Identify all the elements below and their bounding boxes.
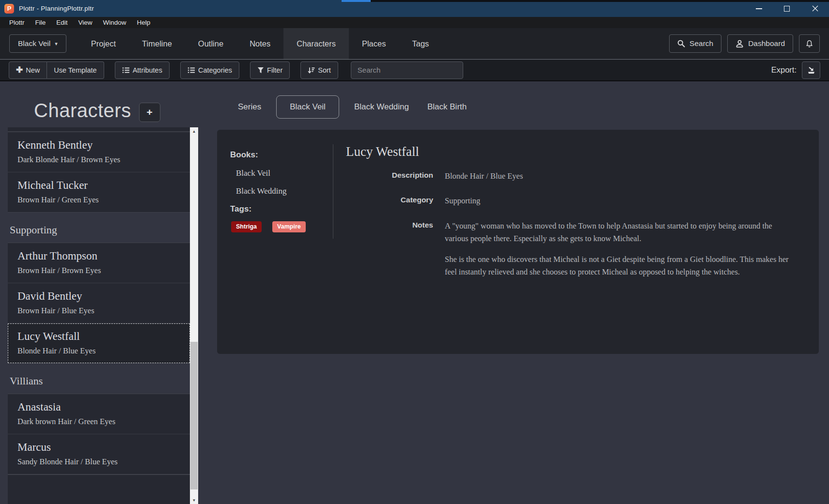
tab-project[interactable]: Project	[78, 28, 129, 59]
filter-button[interactable]: Filter	[250, 61, 290, 79]
new-button[interactable]: ✚ New	[9, 61, 47, 79]
sort-button[interactable]: Sort	[300, 61, 338, 79]
tab-outline[interactable]: Outline	[185, 28, 236, 59]
toolbar: ✚ New Use Template Attributes Categories…	[0, 59, 829, 81]
category-header-villians: Villians	[8, 364, 190, 394]
window-controls	[745, 0, 829, 17]
list-item[interactable]: AnastasiaDark brown Hair / Green Eyes	[8, 394, 190, 434]
list-item[interactable]: Kenneth BentleyDark Blonde Hair / Brown …	[8, 132, 190, 172]
chevron-down-icon: ▾	[55, 41, 58, 47]
notes-label: Notes	[346, 220, 433, 287]
list-icon	[188, 67, 195, 74]
tags-row: ShtrigaVampire	[231, 221, 333, 232]
new-button-group: ✚ New Use Template	[9, 61, 104, 79]
character-name: Anastasia	[17, 400, 180, 414]
menu-item-edit[interactable]: Edit	[51, 17, 73, 28]
detail-fields-column: Lucy Westfall Description Blonde Hair / …	[333, 130, 819, 354]
character-description: Sandy Blonde Hair / Blue Eyes	[17, 456, 180, 468]
close-icon	[812, 5, 818, 12]
search-icon	[677, 40, 685, 47]
scroll-down-arrow-icon[interactable]: ▼	[190, 496, 198, 504]
character-name: David Bentley	[17, 289, 180, 304]
main-content: Characters + Kenneth BentleyDark Blonde …	[0, 81, 829, 504]
filter-button-label: Filter	[267, 66, 282, 74]
character-description: Brown Hair / Green Eyes	[17, 194, 180, 206]
toolbar-search-input[interactable]	[351, 61, 463, 79]
characters-panel-title: Characters	[34, 100, 131, 122]
books-label: Books:	[230, 150, 333, 160]
character-name: Arthur Thompson	[17, 249, 180, 263]
book-tab-series[interactable]: Series	[238, 96, 261, 118]
book-selector-label: Black Veil	[18, 39, 50, 48]
character-name: Marcus	[17, 440, 180, 455]
notes-value[interactable]: A "young" woman who has moved to the Tow…	[445, 220, 790, 287]
new-button-label: New	[26, 66, 40, 74]
notes-field-row: Notes A "young" woman who has moved to t…	[346, 220, 790, 287]
character-list-scrollbar[interactable]: ▲ ▼	[190, 127, 198, 504]
close-button[interactable]	[801, 0, 829, 17]
description-field-row: Description Blonde Hair / Blue Eyes	[346, 170, 790, 183]
list-item[interactable]: Lucy WestfallBlonde Hair / Blue Eyes	[8, 323, 190, 363]
use-template-button[interactable]: Use Template	[47, 61, 104, 79]
book-tab-black-birth[interactable]: Black Birth	[427, 96, 467, 118]
menu-item-plottr[interactable]: Plottr	[4, 17, 30, 28]
bell-icon	[805, 40, 813, 48]
plottr-app-icon-letter: P	[7, 5, 12, 12]
maximize-button[interactable]	[773, 0, 801, 17]
character-group: Kenneth BentleyDark Blonde Hair / Brown …	[8, 132, 190, 213]
add-character-button[interactable]: +	[139, 103, 160, 122]
tab-timeline[interactable]: Timeline	[129, 28, 185, 59]
description-value[interactable]: Blonde Hair / Blue Eyes	[445, 170, 790, 183]
character-group: Arthur ThompsonBrown Hair / Brown EyesDa…	[8, 243, 190, 364]
menu-item-file[interactable]: File	[30, 17, 51, 28]
tab-places[interactable]: Places	[349, 28, 399, 59]
list-icon	[122, 67, 130, 74]
tab-characters[interactable]: Characters	[283, 28, 349, 59]
menu-item-help[interactable]: Help	[132, 17, 156, 28]
characters-sidebar: Characters + Kenneth BentleyDark Blonde …	[0, 81, 199, 504]
character-name: Lucy Westfall	[17, 329, 180, 344]
character-group: AnastasiaDark brown Hair / Green EyesMar…	[8, 394, 190, 474]
list-item[interactable]: Arthur ThompsonBrown Hair / Brown Eyes	[8, 243, 190, 283]
characters-header: Characters +	[0, 81, 199, 127]
list-item-partial-top	[8, 127, 190, 132]
minimize-icon	[756, 8, 762, 9]
book-tab-black-wedding[interactable]: Black Wedding	[354, 96, 409, 118]
scrollbar-thumb[interactable]	[190, 342, 198, 489]
navbar: Black Veil ▾ ProjectTimelineOutlineNotes…	[0, 28, 829, 59]
category-value[interactable]: Supporting	[445, 195, 790, 207]
list-item[interactable]: MarcusSandy Blonde Hair / Blue Eyes	[8, 434, 190, 474]
book-tab-black-veil[interactable]: Black Veil	[276, 95, 339, 119]
plottr-app-icon: P	[4, 4, 14, 14]
character-name: Micheal Tucker	[17, 178, 180, 193]
attributes-button-label: Attributes	[133, 66, 162, 74]
maximize-icon	[784, 6, 790, 12]
category-label: Category	[346, 195, 433, 207]
attributes-button[interactable]: Attributes	[115, 61, 170, 79]
list-item[interactable]: David BentleyBrown Hair / Blue Eyes	[8, 283, 190, 323]
use-template-label: Use Template	[54, 66, 96, 74]
menu-item-window[interactable]: Window	[98, 17, 132, 28]
export-button[interactable]	[802, 61, 820, 79]
dashboard-button[interactable]: Dashboard	[727, 34, 793, 53]
list-item[interactable]: Micheal TuckerBrown Hair / Green Eyes	[8, 172, 190, 212]
character-detail-card: Books: Black VeilBlack Wedding Tags: Sht…	[217, 130, 819, 354]
sort-icon	[308, 67, 315, 74]
tab-notes[interactable]: Notes	[236, 28, 283, 59]
character-description: Dark brown Hair / Green Eyes	[17, 416, 180, 428]
tags-label: Tags:	[230, 204, 333, 214]
categories-button[interactable]: Categories	[180, 61, 239, 79]
scroll-up-arrow-icon[interactable]: ▲	[190, 127, 198, 135]
search-button[interactable]: Search	[669, 34, 721, 53]
minimize-button[interactable]	[745, 0, 773, 17]
menu-item-view[interactable]: View	[73, 17, 98, 28]
book-selector-dropdown[interactable]: Black Veil ▾	[9, 34, 66, 53]
tab-tags[interactable]: Tags	[399, 28, 442, 59]
titlebar: P Plottr - PlanningPlottr.pltr	[0, 0, 829, 17]
notes-paragraph: She is the one who discovers that Michea…	[445, 253, 790, 279]
plus-icon: ✚	[16, 66, 23, 74]
notifications-button[interactable]	[799, 34, 820, 53]
character-name: Kenneth Bentley	[17, 138, 180, 153]
character-list: Kenneth BentleyDark Blonde Hair / Brown …	[8, 127, 190, 504]
tag-chip-shtriga: Shtriga	[231, 221, 262, 232]
